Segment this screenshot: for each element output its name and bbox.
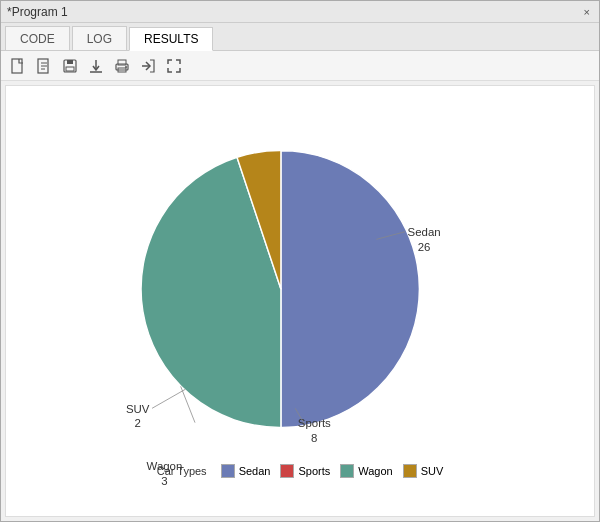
print-icon <box>114 58 130 74</box>
tab-results[interactable]: RESULTS <box>129 27 213 51</box>
sports-value: 8 <box>311 432 317 444</box>
sedan-label: Sedan <box>408 227 441 239</box>
download-button[interactable] <box>85 55 107 77</box>
sedan-legend-label: Sedan <box>239 465 271 477</box>
chart-legend: Car Types Sedan Sports Wagon SUV <box>157 464 444 478</box>
svg-rect-0 <box>12 59 22 73</box>
suv-legend-label: SUV <box>421 465 444 477</box>
print-button[interactable] <box>111 55 133 77</box>
legend-item-sports: Sports <box>280 464 330 478</box>
legend-item-suv: SUV <box>403 464 444 478</box>
export-button[interactable] <box>137 55 159 77</box>
svg-rect-7 <box>66 67 74 71</box>
chart-container: Sedan 26 Sports 8 Wagon 3 SUV 2 <box>40 106 560 496</box>
tab-code[interactable]: CODE <box>5 26 70 50</box>
sports-legend-label: Sports <box>298 465 330 477</box>
fullscreen-button[interactable] <box>163 55 185 77</box>
svg-point-13 <box>125 66 127 68</box>
wagon-swatch <box>340 464 354 478</box>
export-icon <box>140 58 156 74</box>
tab-log[interactable]: LOG <box>72 26 127 50</box>
open-button[interactable] <box>33 55 55 77</box>
close-button[interactable]: × <box>581 6 593 18</box>
chart-area: Sedan 26 Sports 8 Wagon 3 SUV 2 <box>5 85 595 517</box>
svg-rect-6 <box>67 60 73 64</box>
sports-label: Sports <box>298 417 331 429</box>
suv-value: 2 <box>135 417 141 429</box>
save-button[interactable] <box>59 55 81 77</box>
toolbar <box>1 51 599 81</box>
title-bar-left: *Program 1 <box>7 5 68 19</box>
wagon-legend-label: Wagon <box>358 465 392 477</box>
legend-item-sedan: Sedan <box>221 464 271 478</box>
tab-bar: CODE LOG RESULTS <box>1 23 599 51</box>
sports-swatch <box>280 464 294 478</box>
suv-label: SUV <box>126 403 150 415</box>
legend-title: Car Types <box>157 465 207 477</box>
sedan-value: 26 <box>418 241 431 253</box>
suv-line <box>152 389 185 408</box>
pie-chart-svg: Sedan 26 Sports 8 Wagon 3 SUV 2 <box>90 124 510 454</box>
suv-swatch <box>403 464 417 478</box>
window-title: *Program 1 <box>7 5 68 19</box>
new-button[interactable] <box>7 55 29 77</box>
download-icon <box>88 58 104 74</box>
new-icon <box>10 58 26 74</box>
sedan-swatch <box>221 464 235 478</box>
open-icon <box>36 58 52 74</box>
save-icon <box>62 58 78 74</box>
fullscreen-icon <box>166 58 182 74</box>
legend-item-wagon: Wagon <box>340 464 392 478</box>
main-window: *Program 1 × CODE LOG RESULTS <box>0 0 600 522</box>
title-bar: *Program 1 × <box>1 1 599 23</box>
